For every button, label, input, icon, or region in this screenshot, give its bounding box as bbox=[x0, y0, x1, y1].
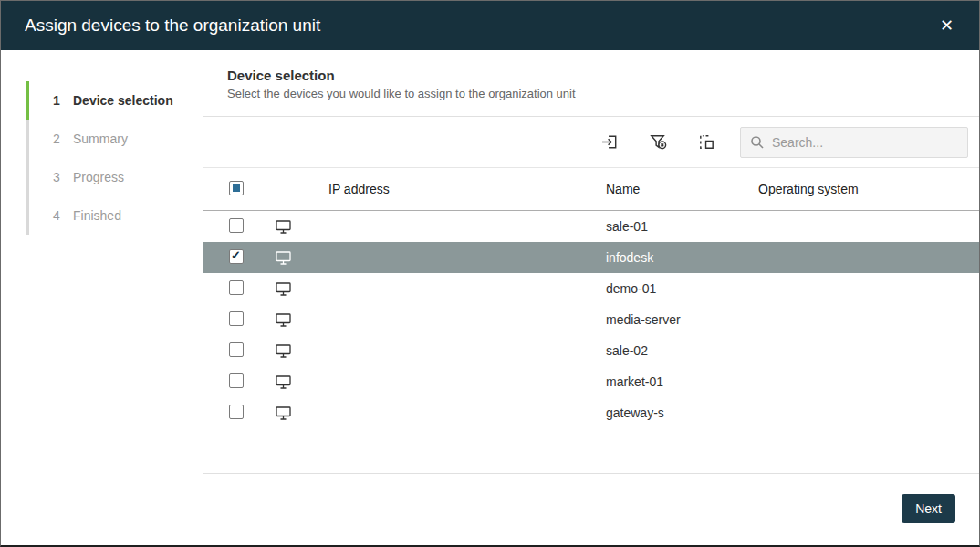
row-checkbox-cell bbox=[229, 373, 276, 391]
next-button[interactable]: Next bbox=[902, 494, 955, 523]
device-monitor-icon bbox=[276, 282, 291, 296]
row-checkbox[interactable] bbox=[229, 311, 244, 326]
dialog-body: 1 Device selection 2 Summary 3 Progress … bbox=[1, 50, 979, 545]
column-header-os[interactable]: Operating system bbox=[758, 182, 979, 196]
dialog-header: Assign devices to the organization unit … bbox=[1, 1, 979, 50]
table-row[interactable]: sale-01 bbox=[203, 211, 979, 242]
table-row[interactable]: market-01 bbox=[203, 366, 979, 397]
search-box bbox=[740, 127, 968, 158]
row-checkbox[interactable] bbox=[229, 405, 244, 419]
row-checkbox[interactable] bbox=[229, 373, 244, 388]
search-input[interactable] bbox=[772, 135, 958, 150]
row-checkbox-cell bbox=[229, 311, 276, 329]
table-row[interactable]: sale-02 bbox=[203, 335, 979, 366]
device-monitor-icon bbox=[276, 220, 291, 234]
step-number: 2 bbox=[53, 131, 73, 146]
close-button[interactable]: ✕ bbox=[934, 12, 959, 39]
row-checkbox-cell bbox=[229, 249, 276, 267]
row-device-icon-cell bbox=[276, 313, 328, 327]
device-monitor-icon bbox=[276, 375, 291, 389]
content-header: Device selection Select the devices you … bbox=[203, 50, 979, 117]
device-monitor-icon bbox=[276, 344, 291, 358]
table-header-row: IP address Name Operating system bbox=[203, 168, 979, 211]
row-checkbox[interactable] bbox=[229, 280, 244, 295]
wizard-step-progress[interactable]: 3 Progress bbox=[1, 158, 203, 196]
clear-filter-icon[interactable] bbox=[647, 131, 670, 153]
row-checkbox[interactable] bbox=[229, 249, 244, 264]
select-devices-icon[interactable] bbox=[695, 131, 718, 153]
dialog-title: Assign devices to the organization unit bbox=[25, 16, 934, 36]
row-device-icon-cell bbox=[276, 406, 328, 420]
wizard-steps-pane: 1 Device selection 2 Summary 3 Progress … bbox=[1, 50, 203, 545]
wizard-step-device-selection[interactable]: 1 Device selection bbox=[1, 81, 203, 120]
row-name: gateway-s bbox=[606, 405, 758, 420]
row-checkbox[interactable] bbox=[229, 218, 244, 233]
assign-devices-dialog: Assign devices to the organization unit … bbox=[0, 0, 980, 547]
table-row[interactable]: media-server bbox=[203, 304, 979, 335]
wizard-steps-list: 1 Device selection 2 Summary 3 Progress … bbox=[1, 81, 203, 235]
row-checkbox-cell bbox=[229, 218, 276, 236]
device-monitor-icon bbox=[276, 406, 291, 420]
table-row[interactable]: gateway-s bbox=[203, 397, 979, 428]
header-checkbox-cell bbox=[229, 181, 276, 198]
row-checkbox-cell bbox=[229, 280, 276, 298]
row-name: media-server bbox=[606, 312, 758, 327]
table-row[interactable]: demo-01 bbox=[203, 273, 979, 304]
table-body: sale-01 infodesk demo-01 bbox=[203, 211, 979, 473]
step-number: 4 bbox=[53, 208, 73, 223]
row-device-icon-cell bbox=[276, 220, 328, 234]
wizard-step-finished[interactable]: 4 Finished bbox=[1, 196, 203, 235]
step-label: Finished bbox=[73, 208, 121, 223]
close-icon: ✕ bbox=[940, 16, 954, 35]
step-label: Summary bbox=[73, 131, 128, 146]
row-device-icon-cell bbox=[276, 251, 328, 265]
wizard-step-summary[interactable]: 2 Summary bbox=[1, 120, 203, 158]
row-name: sale-02 bbox=[606, 343, 758, 358]
page-subtitle: Select the devices you would like to ass… bbox=[227, 87, 955, 100]
step-label: Progress bbox=[73, 170, 124, 184]
step-label: Device selection bbox=[73, 93, 173, 108]
row-name: demo-01 bbox=[606, 281, 758, 296]
assign-device-icon[interactable] bbox=[599, 131, 621, 153]
row-name: infodesk bbox=[606, 250, 758, 265]
column-header-ip[interactable]: IP address bbox=[328, 182, 606, 196]
row-device-icon-cell bbox=[276, 344, 328, 358]
dialog-footer: Next bbox=[203, 474, 979, 545]
row-device-icon-cell bbox=[276, 375, 328, 389]
row-device-icon-cell bbox=[276, 282, 328, 296]
search-icon bbox=[750, 135, 765, 150]
row-checkbox[interactable] bbox=[229, 342, 244, 357]
step-number: 1 bbox=[53, 93, 73, 108]
device-monitor-icon bbox=[276, 251, 291, 265]
row-name: market-01 bbox=[606, 374, 758, 389]
row-checkbox-cell bbox=[229, 405, 276, 422]
select-all-checkbox[interactable] bbox=[229, 181, 244, 195]
step-number: 3 bbox=[53, 170, 73, 184]
row-checkbox-cell bbox=[229, 342, 276, 360]
row-name: sale-01 bbox=[606, 219, 758, 234]
column-header-name[interactable]: Name bbox=[606, 182, 758, 196]
page-title: Device selection bbox=[227, 68, 955, 83]
device-monitor-icon bbox=[276, 313, 291, 327]
table-toolbar bbox=[203, 117, 979, 168]
table-row[interactable]: infodesk bbox=[203, 242, 979, 273]
main-content: Device selection Select the devices you … bbox=[203, 50, 979, 545]
